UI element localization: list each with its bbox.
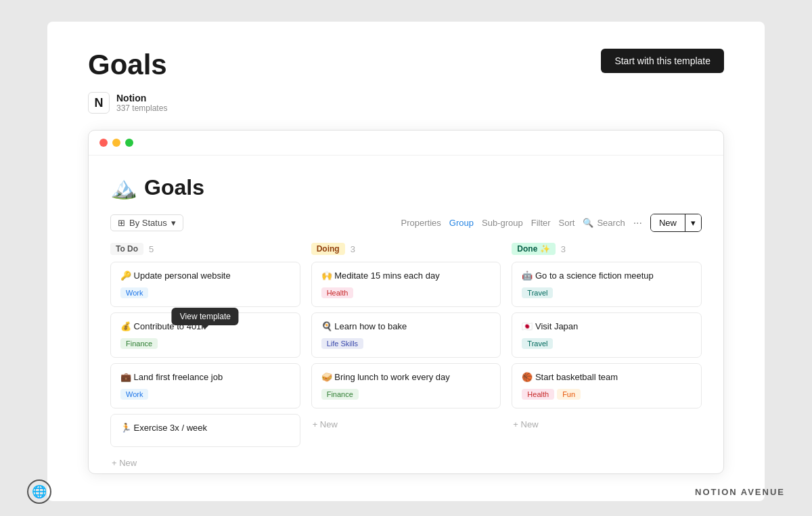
filter-button[interactable]: Filter bbox=[531, 218, 551, 228]
column-count-todo: 5 bbox=[149, 244, 154, 254]
db-title-text: Goals bbox=[144, 175, 204, 200]
table-row[interactable]: 🏀 Start basketball team HealthFun bbox=[512, 363, 702, 408]
add-new-doing[interactable]: + New bbox=[311, 414, 501, 435]
card-title: 🔑 Update personal website bbox=[120, 271, 290, 281]
new-button-group: New ▾ bbox=[650, 214, 702, 232]
table-row[interactable]: 🙌 Meditate 15 mins each day Health bbox=[311, 262, 501, 307]
window-minimize-dot bbox=[112, 139, 120, 147]
card-tags: Work bbox=[120, 388, 290, 400]
page-wrapper: Goals N Notion 337 templates Start with … bbox=[47, 22, 765, 501]
table-row[interactable]: 💼 Land first freelance job Work bbox=[110, 363, 300, 408]
card-tags: Finance bbox=[120, 337, 290, 349]
card-title: 🍳 Learn how to bake bbox=[321, 321, 491, 331]
board: To Do 5 🔑 Update personal website Work V… bbox=[110, 243, 702, 473]
column-done: Done ✨ 3 🤖 Go to a science fiction meetu… bbox=[512, 243, 702, 473]
start-template-button[interactable]: Start with this template bbox=[601, 49, 724, 73]
table-row[interactable]: 🔑 Update personal website Work bbox=[110, 262, 300, 307]
column-label-todo: To Do bbox=[110, 243, 143, 255]
db-title: 🏔️ Goals bbox=[110, 174, 702, 200]
tag: Health bbox=[522, 389, 554, 400]
window-content: 🏔️ Goals ⊞ By Status ▾ Properties Group … bbox=[89, 156, 723, 473]
author-row: N Notion 337 templates bbox=[88, 92, 724, 114]
column-header-doing: Doing 3 bbox=[311, 243, 501, 255]
search-button[interactable]: 🔍 Search bbox=[583, 218, 625, 228]
table-row[interactable]: 🏃 Exercise 3x / week bbox=[110, 414, 300, 447]
author-info: Notion 337 templates bbox=[116, 93, 167, 113]
globe-icon[interactable]: 🌐 bbox=[27, 479, 51, 504]
card-tags: Travel bbox=[522, 337, 692, 349]
window-chrome bbox=[89, 131, 723, 156]
tag: Health bbox=[321, 287, 354, 298]
group-by-button[interactable]: ⊞ By Status ▾ bbox=[110, 214, 183, 231]
card-title: 🥪 Bring lunch to work every day bbox=[321, 372, 491, 382]
card-tags: Work bbox=[120, 286, 290, 298]
search-icon: 🔍 bbox=[583, 218, 593, 228]
card-title: 🤖 Go to a science fiction meetup bbox=[522, 271, 692, 281]
window-maximize-dot bbox=[125, 139, 133, 147]
chevron-down-icon: ▾ bbox=[171, 218, 176, 228]
sort-button[interactable]: Sort bbox=[559, 218, 575, 228]
tag: Fun bbox=[557, 389, 581, 400]
column-doing: Doing 3 🙌 Meditate 15 mins each day Heal… bbox=[311, 243, 501, 473]
bottom-bar: 🌐 NOTION AVENUE bbox=[0, 479, 812, 504]
card-tags: Finance bbox=[321, 388, 491, 400]
templates-count: 337 templates bbox=[116, 103, 167, 113]
group-button[interactable]: Group bbox=[449, 218, 474, 228]
table-row[interactable]: View template 💰 Contribute to 401k Finan… bbox=[110, 312, 300, 358]
new-button-main[interactable]: New bbox=[651, 214, 685, 231]
group-by-label: By Status bbox=[129, 218, 167, 228]
card-title: 🙌 Meditate 15 mins each day bbox=[321, 271, 491, 281]
column-label-done: Done ✨ bbox=[512, 243, 555, 255]
more-options-button[interactable]: ··· bbox=[633, 217, 642, 229]
card-title: 💼 Land first freelance job bbox=[120, 372, 290, 382]
db-emoji: 🏔️ bbox=[110, 174, 137, 200]
tag: Travel bbox=[522, 287, 553, 298]
window-close-dot bbox=[99, 139, 108, 147]
view-template-tooltip: View template bbox=[172, 308, 239, 325]
card-tags: Life Skills bbox=[321, 337, 491, 349]
table-row[interactable]: 🍳 Learn how to bake Life Skills bbox=[311, 312, 501, 358]
tag: Work bbox=[120, 389, 148, 400]
column-count-done: 3 bbox=[561, 244, 566, 254]
card-title: 🏃 Exercise 3x / week bbox=[120, 423, 290, 433]
add-new-todo[interactable]: + New bbox=[110, 452, 300, 473]
board-icon: ⊞ bbox=[118, 218, 125, 228]
table-row[interactable]: 🥪 Bring lunch to work every day Finance bbox=[311, 363, 501, 408]
card-tags: Health bbox=[321, 286, 491, 298]
search-label: Search bbox=[597, 218, 625, 228]
toolbar: ⊞ By Status ▾ Properties Group Sub-group… bbox=[110, 214, 702, 232]
properties-button[interactable]: Properties bbox=[401, 218, 441, 228]
card-title: 🏀 Start basketball team bbox=[522, 372, 692, 382]
new-button-dropdown[interactable]: ▾ bbox=[685, 214, 701, 231]
preview-window: 🏔️ Goals ⊞ By Status ▾ Properties Group … bbox=[88, 130, 724, 474]
tag: Travel bbox=[522, 338, 553, 349]
table-row[interactable]: 🤖 Go to a science fiction meetup Travel bbox=[512, 262, 702, 307]
notion-logo-icon: N bbox=[88, 92, 110, 114]
column-header-done: Done ✨ 3 bbox=[512, 243, 702, 255]
tag: Finance bbox=[321, 389, 359, 400]
tag: Work bbox=[120, 287, 148, 298]
card-tags: HealthFun bbox=[522, 388, 692, 400]
tag: Finance bbox=[120, 338, 158, 349]
subgroup-button[interactable]: Sub-group bbox=[482, 218, 523, 228]
author-name: Notion bbox=[116, 93, 167, 103]
column-label-doing: Doing bbox=[311, 243, 345, 255]
column-todo: To Do 5 🔑 Update personal website Work V… bbox=[110, 243, 300, 473]
column-header-todo: To Do 5 bbox=[110, 243, 300, 255]
column-count-doing: 3 bbox=[351, 244, 355, 254]
brand-label: NOTION AVENUE bbox=[695, 487, 785, 497]
tag: Life Skills bbox=[321, 338, 363, 349]
add-new-done[interactable]: + New bbox=[512, 414, 702, 435]
table-row[interactable]: 🇯🇵 Visit Japan Travel bbox=[512, 312, 702, 358]
card-tags: Travel bbox=[522, 286, 692, 298]
card-title: 🇯🇵 Visit Japan bbox=[522, 321, 692, 331]
